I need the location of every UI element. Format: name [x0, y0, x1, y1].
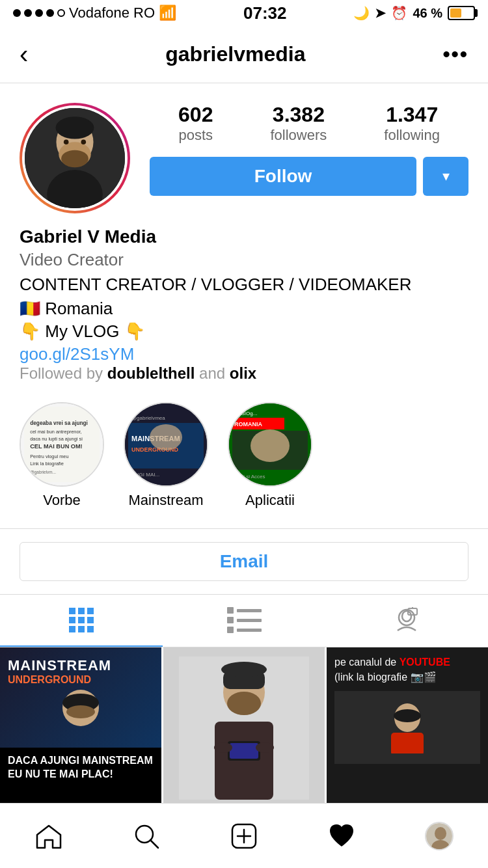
avatar-image — [25, 105, 125, 211]
svg-text:CEL MAI BUN OM!: CEL MAI BUN OM! — [30, 444, 82, 450]
profile-followed-by: Followed by doublelthell and olix — [20, 364, 468, 383]
post-tab-bar — [0, 595, 488, 647]
svg-point-31 — [402, 611, 411, 621]
grid-cell-2[interactable] — [163, 647, 325, 809]
profile-username-header: gabrielvmedia — [165, 42, 305, 66]
nav-profile[interactable] — [420, 817, 459, 856]
posts-label: posts — [178, 127, 213, 144]
story-label-mainstream: Mainstream — [129, 492, 204, 509]
status-left: Vodafone RO 📶 — [13, 5, 176, 21]
stats-container: 602 posts 3.382 followers 1.347 followin… — [150, 103, 468, 196]
tab-tagged[interactable] — [325, 595, 488, 647]
profile-tagline: Video Creator — [20, 250, 468, 270]
dot2 — [24, 9, 32, 17]
stories-section: degeaba vrei sa ajungi cel mai bun antre… — [0, 396, 488, 529]
svg-point-6 — [64, 139, 69, 144]
carrier-label: Vodafone RO — [69, 5, 155, 21]
profile-description: CONTENT CREATOR / VLOGGER / VIDEOMAKER — [20, 273, 468, 296]
followed-by-text: Followed by — [20, 364, 107, 382]
profile-location: 🇷🇴 Romania — [20, 299, 468, 319]
story-mainstream[interactable]: @gabrielvmea MAINSTREAM UNDERGROUND UNGI… — [124, 402, 208, 509]
stories-row: degeaba vrei sa ajungi cel mai bun antre… — [20, 402, 468, 509]
wifi-icon: 📶 — [159, 5, 176, 21]
followers-stat[interactable]: 3.382 followers — [270, 103, 327, 144]
status-time: 07:32 — [243, 3, 287, 23]
nav-likes[interactable] — [322, 817, 361, 856]
cell3-person-graphic — [368, 701, 446, 753]
avatar-container[interactable] — [20, 103, 130, 213]
cell3-youtube-text: pe canalul de YOUTUBE(link la biografie … — [334, 655, 480, 685]
svg-point-46 — [256, 742, 274, 753]
back-button[interactable]: ‹ — [20, 40, 28, 69]
tab-list[interactable] — [163, 595, 325, 647]
list-icon — [227, 607, 262, 633]
cell2-person-image — [179, 657, 309, 800]
avatar — [22, 105, 128, 211]
moon-icon: 🌙 — [353, 5, 370, 21]
tab-grid[interactable] — [0, 595, 163, 647]
nav-home[interactable] — [29, 817, 68, 856]
following-count: 1.347 — [386, 103, 438, 127]
svg-point-28 — [251, 429, 290, 462]
posts-count: 602 — [178, 103, 213, 127]
nav-add[interactable] — [224, 817, 264, 856]
signal-dots — [13, 9, 65, 17]
svg-text:Link la biografie: Link la biografie — [30, 461, 64, 467]
svg-point-7 — [81, 139, 87, 144]
svg-text:daca nu lupti sa ajungi si: daca nu lupti sa ajungi si — [30, 436, 83, 442]
cell1-bottom-text: DACA AJUNGI MAINSTREAMEU NU TE MAI PLAC! — [8, 754, 154, 781]
svg-point-36 — [66, 705, 95, 718]
battery-percent: 46 % — [413, 6, 442, 21]
followed-user-1[interactable]: doublelthell — [107, 364, 195, 382]
photo-grid: MAINSTREAM UNDERGROUND DACA AJUNGI MAINS… — [0, 647, 488, 809]
story-vorbe[interactable]: degeaba vrei sa ajungi cel mai bun antre… — [20, 402, 104, 509]
story-thumb-mainstream: @gabrielvmea MAINSTREAM UNDERGROUND UNGI… — [125, 403, 207, 485]
alarm-icon: ⏰ — [391, 5, 407, 21]
grid-cell-3[interactable]: pe canalul de YOUTUBE(link la biografie … — [327, 647, 488, 809]
svg-text:cel mai bun antreprenor,: cel mai bun antreprenor, — [30, 429, 81, 435]
more-button[interactable]: ••• — [442, 42, 468, 66]
bottom-nav — [0, 803, 488, 868]
status-bar: Vodafone RO 📶 07:32 🌙 ➤ ⏰ 46 % — [0, 0, 488, 26]
svg-point-40 — [221, 662, 267, 677]
email-button[interactable]: Email — [20, 542, 468, 581]
story-circle-vorbe: degeaba vrei sa ajungi cel mai bun antre… — [20, 402, 104, 487]
follow-button[interactable]: Follow — [150, 157, 416, 196]
svg-text:icatii si Acces: icatii si Acces — [234, 474, 265, 480]
dot4 — [46, 9, 54, 17]
location-icon: ➤ — [375, 5, 386, 21]
profile-header: 602 posts 3.382 followers 1.347 followin… — [0, 83, 488, 226]
grid-icon — [69, 608, 94, 632]
story-label-aplicatii: Aplicatii — [245, 492, 295, 509]
story-aplicatii[interactable]: la BIOg... ROMANIA icatii si Acces Aplic… — [228, 402, 312, 509]
svg-line-52 — [150, 840, 158, 848]
svg-rect-30 — [399, 610, 414, 625]
add-icon — [230, 822, 258, 850]
nav-search[interactable] — [127, 817, 166, 856]
story-label-vorbe: Vorbe — [43, 492, 81, 509]
followed-user-2[interactable]: olix — [230, 364, 256, 382]
svg-text:@gabrielvmea: @gabrielvmea — [131, 415, 165, 421]
battery-fill — [450, 8, 461, 18]
dot3 — [35, 9, 43, 17]
svg-text:ROMANIA: ROMANIA — [234, 421, 262, 427]
cell1-underground-text: UNDERGROUND — [8, 674, 154, 686]
svg-point-21 — [150, 424, 182, 450]
svg-rect-49 — [391, 733, 424, 753]
story-thumb-vorbe: degeaba vrei sa ajungi cel mai bun antre… — [21, 403, 103, 485]
following-stat[interactable]: 1.347 following — [384, 103, 440, 144]
profile-vlog: 👇 My VLOG 👇 — [20, 321, 468, 342]
followers-label: followers — [270, 127, 327, 144]
dot1 — [13, 9, 21, 17]
followers-count: 3.382 — [273, 103, 325, 127]
stats-row: 602 posts 3.382 followers 1.347 followin… — [150, 103, 468, 144]
status-right: 🌙 ➤ ⏰ 46 % — [353, 5, 475, 21]
top-nav: ‹ gabrielvmedia ••• — [0, 26, 488, 83]
follow-dropdown-button[interactable]: ▾ — [423, 157, 468, 196]
grid-cell-1[interactable]: MAINSTREAM UNDERGROUND DACA AJUNGI MAINS… — [0, 647, 161, 809]
dot5 — [57, 9, 65, 17]
search-icon — [132, 822, 161, 850]
following-label: following — [384, 127, 440, 144]
profile-link[interactable]: goo.gl/2S1sYM — [20, 344, 134, 364]
home-icon — [34, 822, 63, 850]
